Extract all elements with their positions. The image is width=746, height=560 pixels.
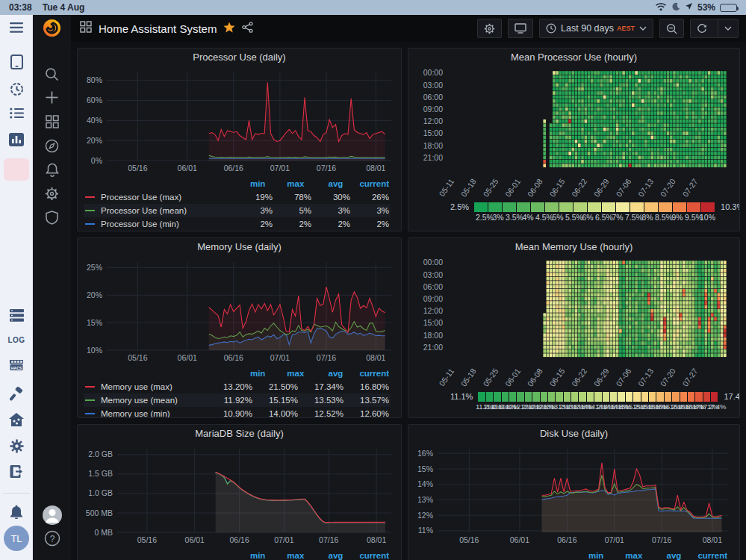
sidebar-item-config[interactable]: [0, 413, 33, 426]
menu-icon[interactable]: [0, 22, 33, 33]
svg-text:13%: 13%: [417, 495, 433, 504]
svg-text:20%: 20%: [87, 136, 102, 145]
svg-text:05-18: 05-18: [459, 177, 477, 198]
svg-text:07-27: 07-27: [681, 367, 699, 388]
svg-text:00:00: 00:00: [423, 69, 443, 77]
screen: 03:38 Tue 4 Aug 53%: [0, 0, 746, 560]
panel-title[interactable]: Processor Use (daily): [78, 49, 401, 66]
sidebar-item-history[interactable]: [0, 82, 33, 96]
legend-row[interactable]: Memory use (min)10.90%14.00%12.52%12.60%: [84, 407, 391, 418]
sidebar-item-server[interactable]: [0, 309, 33, 322]
svg-text:500 MB: 500 MB: [86, 508, 113, 517]
scale-min-label: 2.5%: [450, 202, 469, 211]
tv-kiosk-button[interactable]: [508, 19, 533, 38]
sidebar-item-log[interactable]: LOG: [0, 336, 33, 344]
processor-heatmap: 00:0003:0006:0009:0012:0015:0018:0021:00…: [411, 66, 734, 202]
refresh-button-group: [690, 19, 739, 38]
svg-text:20%: 20%: [87, 290, 102, 299]
grafana-logo[interactable]: [33, 18, 71, 38]
legend-row[interactable]: Processor Use (min)2%2%2%2%: [84, 217, 391, 231]
svg-text:07-13: 07-13: [637, 177, 655, 198]
svg-text:11%: 11%: [418, 526, 433, 535]
sidebar-item-settings[interactable]: [0, 439, 33, 453]
svg-text:06-01: 06-01: [504, 177, 522, 198]
configuration-gear-icon[interactable]: [33, 187, 71, 201]
sidebar-item-hacs[interactable]: HACS: [0, 360, 33, 374]
svg-text:60%: 60%: [87, 96, 102, 105]
location-icon: [685, 2, 693, 13]
disk-use-chart: 11%12%13%14%15%16%05/1606/0106/1607/0107…: [411, 443, 734, 547]
svg-text:06/16: 06/16: [557, 535, 576, 544]
alerting-bell-icon[interactable]: [33, 163, 71, 177]
panel-title[interactable]: Disk Use (daily): [408, 425, 739, 443]
grafana-user-avatar[interactable]: [33, 505, 71, 526]
svg-text:05-18: 05-18: [459, 367, 477, 388]
memory-use-legend: minmaxavgcurrentMemory use (max)13.20%21…: [78, 365, 401, 418]
sidebar-item-developer-tools[interactable]: [0, 387, 33, 401]
status-date: Tue 4 Aug: [43, 2, 85, 13]
svg-text:1.5 GB: 1.5 GB: [88, 469, 113, 478]
processor-use-legend: minmaxavgcurrentProcessor Use (max)19%78…: [78, 175, 401, 231]
svg-text:12%: 12%: [417, 511, 433, 520]
svg-text:06-22: 06-22: [571, 177, 588, 198]
svg-text:07/16: 07/16: [317, 164, 336, 172]
sidebar-selected-highlight[interactable]: [4, 158, 29, 181]
mariadb-size-legend: minmaxavgcurrent: [78, 547, 401, 560]
svg-text:06/01: 06/01: [178, 353, 197, 362]
dashboard-squares-icon[interactable]: [80, 21, 92, 36]
dashboards-icon[interactable]: [33, 115, 71, 128]
panel-title[interactable]: MariaDB Size (daily): [78, 425, 401, 443]
svg-text:07-20: 07-20: [659, 177, 677, 198]
zoom-out-button[interactable]: [659, 19, 684, 38]
processor-heatmap-scale: 2.5%10.3%2.5%3%3.5%4%4.5%5%5.5%6%6.5%7%7…: [408, 202, 739, 222]
svg-text:15%: 15%: [417, 464, 433, 473]
battery-percent: 53%: [697, 2, 715, 13]
svg-text:06/01: 06/01: [178, 164, 197, 172]
sidebar-item-devices[interactable]: [0, 55, 33, 69]
memory-use-chart: 10%15%20%25%05/1606/0106/1607/0107/1608/…: [80, 256, 397, 365]
share-icon[interactable]: [242, 22, 253, 36]
svg-text:10%: 10%: [87, 346, 102, 355]
disk-use-legend: minmaxavgcurrent: [408, 547, 739, 560]
favorite-star-icon[interactable]: [223, 22, 235, 36]
svg-text:05-11: 05-11: [438, 367, 456, 388]
svg-text:07/16: 07/16: [317, 353, 336, 362]
panel-title[interactable]: Mean Processor Use (hourly): [408, 49, 739, 66]
svg-text:0%: 0%: [91, 156, 102, 165]
svg-text:07/16: 07/16: [319, 535, 338, 544]
legend-row[interactable]: Processor Use (mean)3%5%3%3%: [84, 204, 391, 217]
battery-icon: [720, 4, 737, 12]
svg-text:06-15: 06-15: [548, 177, 566, 198]
time-range-picker[interactable]: Last 90 days AEST: [539, 19, 653, 38]
server-admin-shield-icon[interactable]: [33, 211, 71, 225]
svg-text:06-01: 06-01: [504, 367, 522, 388]
panel-title[interactable]: Memory Use (daily): [78, 238, 401, 256]
refresh-interval-caret[interactable]: [718, 19, 738, 37]
svg-text:40%: 40%: [87, 116, 102, 125]
dashboard-settings-button[interactable]: [477, 19, 502, 38]
create-plus-icon[interactable]: [33, 91, 71, 104]
svg-text:0 MB: 0 MB: [94, 528, 113, 537]
panel-title[interactable]: Mean Memory Use (hourly): [408, 238, 739, 256]
legend-row[interactable]: Processor Use (max)19%78%30%26%: [84, 190, 391, 204]
refresh-icon[interactable]: [691, 19, 713, 37]
notifications-bell-icon[interactable]: [0, 505, 33, 519]
user-avatar[interactable]: TL: [0, 526, 33, 551]
color-scale: [478, 392, 718, 402]
legend-row[interactable]: Memory use (mean)11.92%15.15%13.53%13.57…: [84, 393, 391, 407]
svg-text:06-08: 06-08: [526, 177, 544, 198]
search-icon[interactable]: [33, 67, 71, 81]
svg-text:08/01: 08/01: [366, 353, 385, 362]
legend-header: minmaxavgcurrent: [414, 549, 729, 560]
svg-text:21:00: 21:00: [423, 154, 443, 162]
explore-compass-icon[interactable]: [33, 139, 71, 153]
dashboard-title[interactable]: Home Assistant System: [99, 22, 217, 35]
sidebar-item-exit[interactable]: [0, 464, 33, 479]
legend-row[interactable]: Memory use (max)13.20%21.50%17.34%16.80%: [84, 380, 391, 393]
svg-text:09:00: 09:00: [423, 295, 443, 303]
help-icon[interactable]: ?: [33, 530, 71, 547]
svg-text:15:00: 15:00: [423, 129, 443, 137]
sidebar-item-logbook[interactable]: [0, 108, 33, 119]
sidebar-item-grafana-active[interactable]: [0, 133, 33, 146]
svg-text:07/01: 07/01: [270, 164, 290, 172]
